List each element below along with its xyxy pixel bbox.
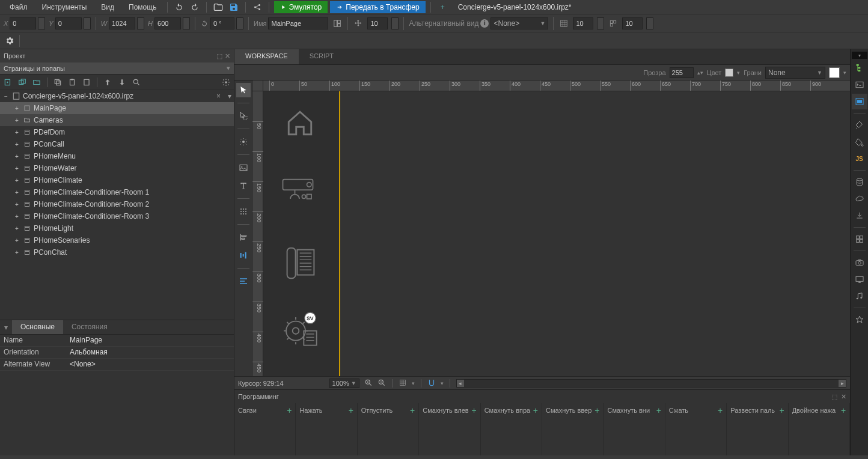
transparency-input[interactable] [670,67,694,78]
rail-collapse-icon[interactable]: ▾ [852,52,867,59]
intercom-page-icon[interactable] [285,246,316,280]
project-gear-icon[interactable] [222,78,230,87]
grid-tool-icon[interactable] [236,204,251,219]
chevron-down-icon[interactable]: ▾ [227,64,230,72]
tab-script[interactable]: SCRIPT [299,49,344,64]
tree-expand-icon[interactable]: + [13,153,20,160]
altview-select[interactable]: <None>▼ [491,17,548,29]
add-action-icon[interactable]: + [779,406,784,415]
grid-toggle-icon[interactable] [399,378,407,388]
page-preview[interactable]: $V [263,91,340,376]
panel-pin-icon[interactable]: ⬚ [216,52,222,60]
layout-icon[interactable] [332,18,343,29]
fill-dropdown-icon[interactable]: ▾ [843,70,846,76]
props-collapse-icon[interactable]: ▾ [0,320,12,334]
select-area-tool-icon[interactable] [236,109,251,123]
tree-expand-icon[interactable]: + [13,165,20,172]
rail-widget-icon[interactable] [852,231,867,247]
w-input[interactable] [109,17,135,29]
menu-help[interactable]: Помощь [123,2,162,13]
snap2-spinner[interactable] [597,17,604,29]
tree-item[interactable]: +PHomeWater [0,162,234,174]
distribute-tool-icon[interactable] [236,248,251,263]
property-value[interactable]: Альбомная [66,347,234,358]
rail-camera-icon[interactable] [852,255,867,270]
property-row[interactable]: NameMainPage [0,335,234,347]
add-action-icon[interactable]: + [287,406,292,415]
tree-item[interactable]: +PHomeClimate-Conditioner-Room 2 [0,198,234,210]
tree-expand-icon[interactable]: + [13,177,20,184]
add-action-icon[interactable]: + [410,406,415,415]
design-canvas[interactable]: $V [263,91,850,376]
zoom-in-icon[interactable] [364,378,373,388]
tree-item[interactable]: +Cameras [0,114,234,126]
grid-dropdown-icon[interactable]: ▾ [412,380,415,386]
menu-view[interactable]: Вид [95,2,120,13]
menu-file[interactable]: Файл [4,2,34,13]
align-tool-icon[interactable] [236,274,251,288]
snap-dropdown-icon[interactable]: ▾ [441,380,444,386]
rail-layers-icon[interactable] [852,94,867,109]
y-spinner[interactable] [84,17,91,29]
border-select[interactable]: None▼ [765,67,825,79]
move-up-icon[interactable] [103,78,112,87]
project-tree[interactable]: − Concierge-v5-panel-1024x600.irpz × ▾ +… [0,90,234,320]
tree-item[interactable]: +PDefDom [0,126,234,138]
add-action-icon[interactable]: + [718,406,723,415]
snap2-input[interactable] [573,17,593,29]
x-input[interactable] [10,17,36,29]
transfer-button[interactable]: Передать в Трансфер [330,1,425,13]
tree-expand-icon[interactable]: + [13,249,20,256]
h-input[interactable] [154,17,181,29]
pages-subheader[interactable]: Страницы и попапы ▾ [0,62,234,74]
rail-db-icon[interactable] [852,174,867,190]
grid-alt-icon[interactable] [608,18,619,29]
x-spinner[interactable] [38,17,45,29]
move-down-icon[interactable] [118,78,126,87]
share-icon[interactable] [251,1,264,14]
rail-js-icon[interactable]: JS [852,151,867,166]
add-popup-icon[interactable] [18,78,26,87]
property-row[interactable]: Alternate View<None> [0,359,234,371]
h-spinner[interactable] [183,17,190,29]
image-tool-icon[interactable] [236,160,251,175]
add-action-icon[interactable]: + [841,406,846,415]
home-page-icon[interactable] [284,108,316,138]
tree-item[interactable]: +PHomeClimate [0,174,234,186]
tree-item[interactable]: +PConCall [0,138,234,150]
vertical-ruler[interactable]: 50100150200250300350400450 [252,91,263,376]
add-folder-icon[interactable] [32,78,41,87]
property-value[interactable]: <None> [66,359,234,370]
tree-root[interactable]: − Concierge-v5-panel-1024x600.irpz × ▾ [0,90,234,102]
rotation-input[interactable] [210,17,234,29]
snap-move-icon[interactable] [353,18,364,29]
panel-pin-icon[interactable]: ⬚ [831,393,837,401]
copy-icon[interactable] [53,78,62,87]
redo-icon[interactable] [188,1,201,14]
tree-expand-icon[interactable]: + [13,213,20,220]
rail-star-icon[interactable] [852,312,867,327]
settings-gear-icon[interactable] [2,34,17,48]
menu-tools[interactable]: Инструменты [36,2,93,13]
tree-expand-icon[interactable]: + [13,201,20,208]
rail-bucket-icon[interactable] [852,134,867,150]
color-swatch[interactable] [725,68,733,77]
add-action-icon[interactable]: + [594,406,599,415]
tree-expand-icon[interactable]: + [13,105,20,112]
new-tab-button[interactable]: + [436,2,450,13]
panel-close-icon[interactable]: ✕ [841,393,846,401]
save-icon[interactable] [227,1,240,14]
props-tab-main[interactable]: Основные [12,320,63,334]
zoom-level[interactable]: 100%▼ [329,378,359,388]
project-menu-icon[interactable]: ▾ [225,92,234,100]
text-tool-icon[interactable] [236,178,251,193]
tree-expand-icon[interactable]: + [13,129,20,136]
folder-open-icon[interactable] [212,1,225,14]
align-left-tool-icon[interactable] [236,230,251,245]
settings-page-icon[interactable]: $V [281,311,320,347]
transparency-spinner[interactable]: ▴▾ [697,70,703,76]
color-dropdown-icon[interactable]: ▾ [737,70,740,76]
zoom-out-icon[interactable] [377,378,386,388]
snap1-spinner[interactable] [391,17,399,29]
clipboard-icon[interactable] [82,78,91,87]
